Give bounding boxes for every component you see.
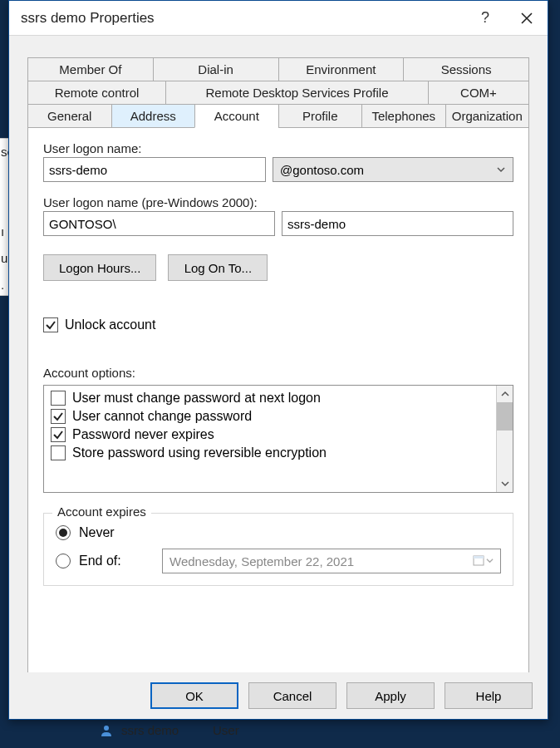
- tab-telephones[interactable]: Telephones: [361, 104, 446, 128]
- unlock-account-checkbox[interactable]: [43, 317, 58, 332]
- tab-organization[interactable]: Organization: [445, 104, 530, 128]
- opt-reversible-encryption-checkbox[interactable]: [51, 445, 66, 460]
- opt-cannot-change-password-checkbox[interactable]: [51, 409, 66, 424]
- question-icon: ?: [481, 9, 489, 27]
- tab-environment[interactable]: Environment: [278, 57, 405, 81]
- domain-prefix-field: [43, 211, 275, 236]
- scroll-down-button[interactable]: [497, 475, 513, 492]
- upn-suffix-value: @gontoso.com: [280, 163, 364, 177]
- tab-member-of[interactable]: Member Of: [27, 57, 154, 81]
- background-row-name: ssrs demo: [121, 723, 204, 737]
- options-scrollbar[interactable]: [496, 386, 513, 492]
- dialog-footer: OK Cancel Apply Help: [9, 672, 548, 719]
- background-row-type: User: [213, 723, 239, 737]
- tab-profile[interactable]: Profile: [278, 104, 363, 128]
- account-options-label: Account options:: [43, 366, 513, 380]
- calendar-icon: [473, 554, 494, 566]
- tab-general[interactable]: General: [27, 104, 112, 128]
- log-on-to-button[interactable]: Log On To...: [168, 254, 268, 281]
- opt-cannot-change-password-label: User cannot change password: [72, 409, 252, 424]
- cancel-button[interactable]: Cancel: [248, 682, 336, 709]
- svg-point-2: [104, 726, 109, 731]
- tab-account[interactable]: Account: [194, 104, 279, 128]
- chevron-down-icon: [501, 480, 509, 488]
- logon-name-pre2000-label: User logon name (pre-Windows 2000):: [43, 195, 513, 209]
- tab-strip: Member Of Dial-in Environment Sessions R…: [27, 57, 529, 128]
- chevron-up-icon: [501, 390, 509, 398]
- check-icon: [52, 411, 64, 422]
- account-options-list: User must change password at next logon …: [43, 385, 513, 493]
- apply-button[interactable]: Apply: [346, 682, 435, 709]
- window-title: ssrs demo Properties: [21, 10, 464, 27]
- check-icon: [45, 319, 56, 331]
- expires-date-picker[interactable]: Wednesday, September 22, 2021: [162, 549, 501, 573]
- expires-never-radio[interactable]: [56, 525, 71, 540]
- tab-address[interactable]: Address: [111, 104, 196, 128]
- background-list-fragment: seıu.: [0, 138, 8, 296]
- tab-rds-profile[interactable]: Remote Desktop Services Profile: [165, 81, 429, 105]
- close-icon: [521, 12, 533, 24]
- opt-reversible-encryption-label: Store password using reversible encrypti…: [72, 445, 327, 460]
- tab-remote-control[interactable]: Remote control: [27, 81, 166, 105]
- pre2000-name-input[interactable]: [282, 211, 513, 236]
- opt-password-never-expires-label: Password never expires: [72, 427, 214, 442]
- scroll-up-button[interactable]: [497, 386, 513, 402]
- chevron-down-icon: [496, 165, 506, 175]
- opt-must-change-password-label: User must change password at next logon: [72, 391, 321, 406]
- tab-com-plus[interactable]: COM+: [428, 81, 529, 105]
- user-icon: [100, 724, 113, 737]
- background-list-row[interactable]: ssrs demo User: [100, 723, 239, 737]
- dialog-body: Member Of Dial-in Environment Sessions R…: [9, 36, 548, 672]
- tab-sessions[interactable]: Sessions: [403, 57, 529, 81]
- account-expires-legend: Account expires: [52, 504, 151, 519]
- properties-dialog: ssrs demo Properties ? Member Of Dial-in…: [8, 0, 548, 720]
- account-tab-page: User logon name: @gontoso.com User logon…: [27, 128, 529, 691]
- help-button[interactable]: ?: [464, 1, 506, 36]
- titlebar: ssrs demo Properties ?: [9, 1, 548, 36]
- account-expires-group: Account expires Never End of: Wednesday,…: [43, 513, 513, 586]
- logon-hours-button[interactable]: Logon Hours...: [43, 254, 156, 281]
- unlock-account-label: Unlock account: [65, 317, 155, 332]
- expires-endof-radio[interactable]: [56, 554, 71, 568]
- check-icon: [52, 429, 64, 440]
- expires-never-label: Never: [79, 525, 115, 540]
- expires-date-value: Wednesday, September 22, 2021: [169, 554, 354, 568]
- opt-must-change-password-checkbox[interactable]: [51, 391, 66, 406]
- svg-rect-1: [474, 556, 484, 559]
- upn-suffix-combo[interactable]: @gontoso.com: [273, 157, 513, 182]
- help-button-footer[interactable]: Help: [445, 682, 533, 709]
- logon-name-input[interactable]: [43, 157, 266, 182]
- ok-button[interactable]: OK: [150, 682, 238, 709]
- opt-password-never-expires-checkbox[interactable]: [51, 427, 66, 442]
- logon-name-label: User logon name:: [43, 141, 513, 155]
- expires-endof-label: End of:: [79, 554, 154, 568]
- scroll-thumb[interactable]: [497, 402, 513, 431]
- tab-dial-in[interactable]: Dial-in: [153, 57, 279, 81]
- close-button[interactable]: [506, 1, 548, 36]
